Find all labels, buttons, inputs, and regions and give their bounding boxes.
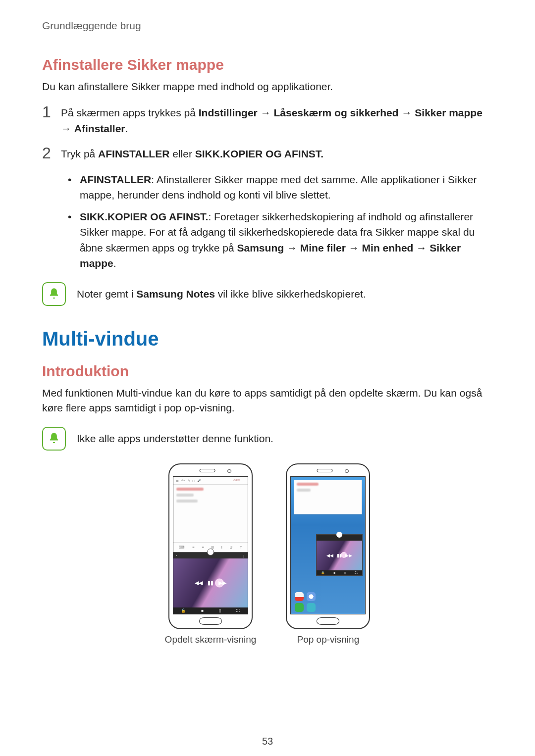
pause-icon: ▮▮ [337,553,342,558]
crop-icon: ▯ [219,608,221,613]
grid-icon: ▦ [176,479,179,482]
mail-icon [295,592,304,601]
messages-icon [307,603,316,612]
save-button: GEM [233,479,240,482]
figure-caption: Opdelt skærm-visning [165,634,257,645]
note-app-card [294,480,362,514]
prev-icon: ◀◀ [326,553,333,558]
phone-frame: ◀◀ ▮▮ ▶▶ 🔒■▯⛶ [286,463,370,629]
prev-icon: ◀◀ [195,580,203,586]
figure-popup-view: ◀◀ ▮▮ ▶▶ 🔒■▯⛶ [286,463,370,645]
keyboard-icon: ⌨ [179,545,185,550]
pause-icon: ▮▮ [208,580,214,586]
page-number: 53 [0,736,535,747]
video-player: ◀◀ ▮▮ ▶▶ [173,558,248,607]
list-icon: ≡ [192,545,194,550]
note-bell-icon [42,282,66,306]
note-not-all-apps: Ikke alle apps understøtter denne funkti… [42,427,493,451]
intro-paragraph: Du kan afinstallere Sikker mappe med ind… [42,79,493,94]
bullet-item-uninstall: • AFINSTALLER: Afinstallerer Sikker mapp… [68,172,493,203]
next-icon: ▶▶ [218,580,226,586]
figure-caption: Pop op-visning [297,634,360,645]
note-app-toolbar: ▦ abc ✎ ▢ 🎤 GEM ⋮ [173,477,248,485]
text-mode-icon: abc [181,479,186,482]
underline-icon: U [230,545,232,550]
phone-icon [295,603,304,612]
popup-video: ◀◀ ▮▮ ▶▶ [317,541,362,570]
step-number: 1 [42,104,61,120]
step-1: 1 På skærmen apps trykkes på Indstilling… [42,105,493,136]
heading-introduction: Introduktion [42,363,493,380]
lock-icon: 🔒 [181,608,186,613]
breadcrumb: Grundlæggende brug [42,20,493,32]
step-text: På skærmen apps trykkes på Indstillinger… [61,105,493,136]
step-number: 2 [42,145,61,161]
intro-paragraph-multi: Med funktionen Multi-vindue kan du køre … [42,386,493,416]
italic-icon: I [221,545,222,550]
video-bottom-bar: 🔒 ■ ▯ ⛶ [173,607,248,614]
text-color-icon: T [240,545,242,550]
expand-icon: ⛶ [236,608,240,613]
figure-split-screen: ▦ abc ✎ ▢ 🎤 GEM ⋮ [165,463,257,645]
volume-icon: ■ [201,608,204,613]
note-samsung-notes: Noter gemt i Samsung Notes vil ikke bliv… [42,282,493,306]
image-icon: ▢ [192,479,195,482]
note-bell-icon [42,427,66,451]
heading-uninstall-secure-folder: Afinstallere Sikker mappe [42,56,493,73]
more-icon: ⋮ [242,479,245,482]
align-icon: ≡ [202,545,204,550]
mic-icon: 🎤 [197,479,201,482]
bullet-item-backup-uninstall: • SIKK.KOPIER OG AFINST.: Foretager sikk… [68,209,493,271]
split-handle [207,549,214,555]
phone-frame: ▦ abc ✎ ▢ 🎤 GEM ⋮ [168,463,253,629]
section-title-multi-window: Multi-vindue [42,328,493,350]
step-text: Tryk på AFINSTALLER eller SIKK.KOPIER OG… [61,146,493,162]
pen-icon: ✎ [188,479,190,482]
browser-icon [307,592,316,601]
popup-handle [336,532,342,538]
step-2: 2 Tryk på AFINSTALLER eller SIKK.KOPIER … [42,146,493,162]
next-icon: ▶▶ [345,553,352,558]
popup-window: ◀◀ ▮▮ ▶▶ 🔒■▯⛶ [316,534,363,576]
